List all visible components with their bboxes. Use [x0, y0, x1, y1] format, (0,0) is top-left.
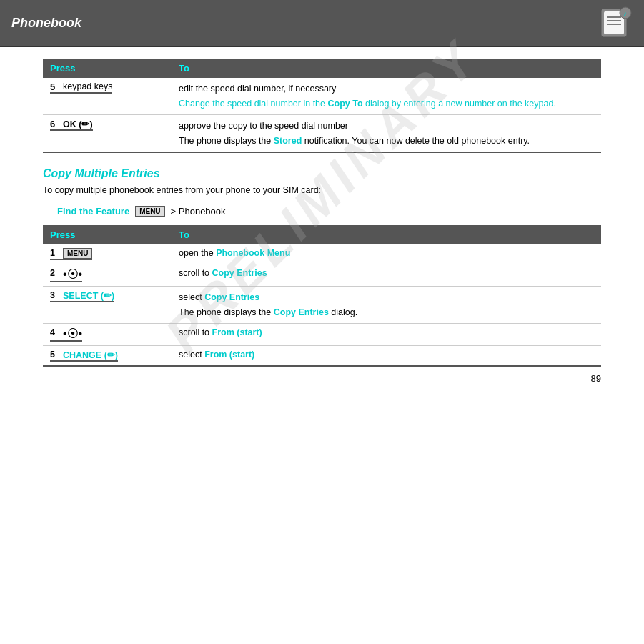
- press-cell: 6 OK (✏): [43, 115, 172, 153]
- row-number: 1: [50, 248, 63, 259]
- bold-phrase: Phonebook Menu: [216, 248, 290, 258]
- to-cell: open the Phonebook Menu: [172, 244, 601, 264]
- to-line-1: select Copy Entries: [179, 290, 594, 304]
- press-key: keypad keys: [63, 81, 112, 93]
- bold-phrase: From (start): [204, 350, 254, 360]
- table-row: 1 MENU open the Phonebook Menu: [43, 244, 601, 264]
- find-feature-row: Find the Feature MENU > Phonebook: [43, 206, 601, 217]
- press-key: CHANGE (✏): [63, 350, 118, 361]
- table-row: 3 SELECT (✏) select Copy Entries The pho…: [43, 286, 601, 323]
- press-cell: 1 MENU: [43, 244, 172, 264]
- page-header: Phonebook ♪: [0, 0, 644, 47]
- svg-text:♪: ♪: [623, 9, 627, 17]
- upper-to-col-header: To: [172, 59, 601, 78]
- to-cell: scroll to Copy Entries: [172, 264, 601, 286]
- page-title: Phonebook: [11, 16, 81, 31]
- row-number: 3: [50, 290, 63, 302]
- bold-phrase: Copy Entries: [204, 292, 259, 302]
- to-line-1: edit the speed dial number, if necessary: [179, 81, 594, 96]
- lower-to-col-header: To: [172, 225, 601, 244]
- select-key: SELECT (✏): [63, 291, 114, 301]
- press-key: OK (✏): [63, 119, 93, 130]
- find-feature-path: > Phonebook: [171, 206, 226, 217]
- row-number: 5: [50, 81, 63, 93]
- press-cell: 5 keypad keys: [43, 78, 172, 115]
- lower-table-header: Press To: [43, 225, 601, 244]
- nav-icon: •⦿•: [63, 327, 82, 340]
- table-row: 6 OK (✏) approve the copy to the speed d…: [43, 115, 601, 153]
- upper-table: Press To 5 keypad keys edit the speed di…: [43, 59, 601, 153]
- nav-icon: •⦿•: [63, 268, 82, 280]
- lower-table: Press To 1 MENU open the Phonebook Menu: [43, 225, 601, 367]
- bold-phrase-2: Copy Entries: [274, 307, 329, 317]
- press-key: SELECT (✏): [63, 290, 114, 302]
- to-line-2: The phone displays the Stored notificati…: [179, 133, 594, 148]
- lower-press-col-header: Press: [43, 225, 172, 244]
- to-line-1: approve the copy to the speed dial numbe…: [179, 119, 594, 133]
- table-row: 2 •⦿• scroll to Copy Entries: [43, 264, 601, 286]
- to-cell: select From (start): [172, 345, 601, 366]
- press-key: •⦿•: [63, 268, 82, 282]
- press-key: •⦿•: [63, 327, 82, 341]
- press-cell: 5 CHANGE (✏): [43, 345, 172, 366]
- row-number: 6: [50, 119, 63, 130]
- row-number: 2: [50, 268, 63, 282]
- table-row: 5 keypad keys edit the speed dial number…: [43, 78, 601, 115]
- to-cell: scroll to From (start): [172, 323, 601, 345]
- section-heading: Copy Multiple Entries: [43, 167, 601, 180]
- table-row: 5 CHANGE (✏) select From (start): [43, 345, 601, 366]
- main-content: Press To 5 keypad keys edit the speed di…: [0, 47, 644, 392]
- change-key: CHANGE (✏): [63, 350, 118, 360]
- press-key: MENU: [63, 248, 92, 259]
- row-number: 4: [50, 327, 63, 341]
- press-cell: 4 •⦿•: [43, 323, 172, 345]
- to-cell: approve the copy to the speed dial numbe…: [172, 115, 601, 153]
- press-cell: 2 •⦿•: [43, 264, 172, 286]
- phonebook-icon: ♪: [598, 6, 633, 40]
- upper-table-header: Press To: [43, 59, 601, 78]
- upper-press-col-header: Press: [43, 59, 172, 78]
- bold-phrase: From (start): [212, 327, 262, 337]
- row-number: 5: [50, 350, 63, 361]
- page-number: 89: [591, 373, 601, 384]
- find-feature-label: Find the Feature: [57, 206, 129, 217]
- bold-phrase: Copy Entries: [212, 268, 267, 278]
- to-cell: select Copy Entries The phone displays t…: [172, 286, 601, 323]
- to-line-2: The phone displays the Copy Entries dial…: [179, 304, 594, 319]
- section-intro: To copy multiple phonebook entries from …: [43, 184, 601, 197]
- to-cell: edit the speed dial number, if necessary…: [172, 78, 601, 115]
- press-cell: 3 SELECT (✏): [43, 286, 172, 323]
- menu-key: MENU: [63, 248, 92, 259]
- menu-key-icon: MENU: [135, 206, 164, 217]
- to-line-2: Change the speed dial number in the Copy…: [179, 96, 594, 111]
- table-row: 4 •⦿• scroll to From (start): [43, 323, 601, 345]
